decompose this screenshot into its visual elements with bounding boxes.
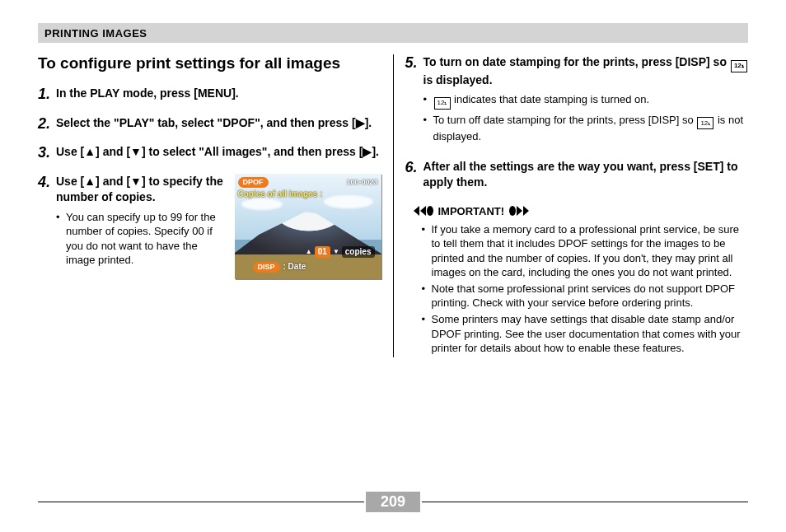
- step-text-b: is displayed.: [423, 73, 493, 86]
- important-right-icon: [509, 206, 529, 216]
- important-header: IMPORTANT!: [414, 205, 749, 217]
- step-number: 1.: [38, 86, 56, 104]
- step-number: 2.: [38, 115, 56, 133]
- step-2: 2. Select the "PLAY" tab, select "DPOF",…: [38, 115, 381, 133]
- important-item: Note that some professional print servic…: [422, 282, 749, 310]
- camera-lcd-preview: DPOF 100-0023 Copies of all images : ▲ 0…: [235, 174, 381, 279]
- important-item: If you take a memory card to a professio…: [422, 222, 749, 280]
- lcd-copies-label: copies: [342, 246, 375, 258]
- step-text: Select the "PLAY" tab, select "DPOF", an…: [56, 115, 381, 133]
- lcd-copies-value: 01: [315, 246, 330, 258]
- step-5: 5. To turn on date stamping for the prin…: [405, 54, 749, 147]
- step-text-a: To turn on date stamping for the prints,…: [423, 55, 730, 68]
- step-text: After all the settings are the way you w…: [423, 159, 749, 190]
- svg-point-1: [509, 206, 516, 216]
- step-number: 4.: [38, 174, 56, 279]
- step-text: Use [▲] and [▼] to select "All images", …: [56, 144, 381, 162]
- section-header: PRINTING IMAGES: [38, 23, 748, 43]
- page-footer: 209: [38, 492, 748, 512]
- important-item: Some printers may have settings that dis…: [422, 312, 749, 356]
- important-list: If you take a memory card to a professio…: [422, 222, 749, 356]
- important-left-icon: [414, 206, 433, 216]
- step-sub2: To turn off date stamping for the prints…: [423, 113, 749, 144]
- lcd-date-label: : Date: [283, 261, 306, 273]
- step-number: 6.: [405, 159, 423, 190]
- page-number: 209: [366, 492, 420, 512]
- step-sub1: 12₁ indicates that date stamping is turn…: [423, 92, 749, 110]
- right-column: 5. To turn on date stamping for the prin…: [394, 54, 749, 357]
- footer-rule-right: [422, 502, 748, 502]
- important-label: IMPORTANT!: [438, 205, 505, 217]
- footer-rule-left: [38, 502, 364, 502]
- left-column: To configure print settings for all imag…: [38, 54, 393, 357]
- step-text: Use [▲] and [▼] to specify the number of…: [56, 174, 227, 205]
- page-title: To configure print settings for all imag…: [38, 54, 381, 72]
- date-stamp-icon: 12₁: [697, 117, 713, 129]
- svg-point-0: [427, 206, 433, 216]
- step-3: 3. Use [▲] and [▼] to select "All images…: [38, 144, 381, 162]
- lcd-dpof-chip: DPOF: [238, 177, 269, 188]
- step-number: 3.: [38, 144, 56, 162]
- step-number: 5.: [405, 54, 423, 147]
- step-text: In the PLAY mode, press [MENU].: [56, 86, 381, 104]
- lcd-subtitle: Copies of all images :: [238, 189, 378, 200]
- lcd-file-number: 100-0023: [346, 177, 377, 188]
- date-stamp-icon: 12₁: [434, 97, 451, 110]
- step-6: 6. After all the settings are the way yo…: [405, 159, 749, 190]
- step-4: 4. Use [▲] and [▼] to specify the number…: [38, 174, 381, 279]
- step-subtext: You can specify up to 99 for the number …: [56, 210, 227, 268]
- lcd-disp-chip: DISP: [253, 262, 280, 273]
- step-1: 1. In the PLAY mode, press [MENU].: [38, 86, 381, 104]
- date-stamp-icon: 12₁: [731, 60, 747, 72]
